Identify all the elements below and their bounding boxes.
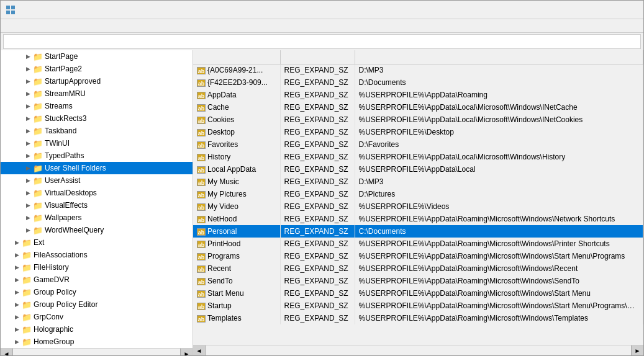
- tree-item[interactable]: ▶📁Wallpapers: [1, 211, 193, 224]
- reg-entry-name: abNetHood: [193, 213, 280, 225]
- tree-item-label: StartPage: [45, 52, 78, 61]
- menu-edit[interactable]: [13, 25, 23, 27]
- menu-help[interactable]: [43, 25, 53, 27]
- menu-file[interactable]: [3, 25, 13, 27]
- table-row[interactable]: abPrintHoodREG_EXPAND_SZ%USERPROFILE%\Ap…: [193, 238, 643, 250]
- tree-item[interactable]: ▶📁StartPage: [1, 50, 193, 63]
- expand-arrow-icon[interactable]: ▶: [23, 213, 33, 223]
- table-row[interactable]: abTemplatesREG_EXPAND_SZ%USERPROFILE%\Ap…: [193, 312, 643, 324]
- tree-scrollbar[interactable]: ◄►: [1, 348, 193, 355]
- tree-item[interactable]: ▶📁HomeGroup: [1, 336, 193, 348]
- tree-item-label: HomeGroup: [34, 337, 74, 346]
- registry-table[interactable]: ab{A0C69A99-21...REG_EXPAND_SZD:\MP3ab{F…: [193, 50, 643, 345]
- expand-arrow-icon[interactable]: ▶: [12, 324, 22, 334]
- tree-item[interactable]: ▶📁StreamMRU: [1, 87, 193, 100]
- scroll-left-btn[interactable]: ◄: [193, 345, 206, 355]
- expand-arrow-icon[interactable]: ▶: [23, 64, 33, 74]
- tree-item[interactable]: ▶📁TWinUI: [1, 137, 193, 149]
- tree-item[interactable]: ▶📁FileAssociations: [1, 249, 193, 261]
- table-row[interactable]: abFavoritesREG_EXPAND_SZD:\Favorites: [193, 138, 643, 151]
- tree-item[interactable]: ▶📁VisualEffects: [1, 199, 193, 211]
- tree-item[interactable]: ▶📁UserAssist: [1, 174, 193, 187]
- expand-arrow-icon[interactable]: ▶: [23, 200, 33, 210]
- expand-arrow-icon[interactable]: ▶: [12, 287, 22, 297]
- tree-scroll-left[interactable]: ◄: [1, 349, 13, 355]
- reg-entry-data: %USERPROFILE%\AppData\Roaming\Microsoft\…: [355, 312, 643, 324]
- expand-arrow-icon[interactable]: ▶: [23, 138, 33, 148]
- menu-view[interactable]: [23, 25, 33, 27]
- tree-item[interactable]: ▶📁GrpConv: [1, 311, 193, 323]
- table-row[interactable]: abCacheREG_EXPAND_SZ%USERPROFILE%\AppDat…: [193, 101, 643, 113]
- tree-item[interactable]: ▶📁Streams: [1, 100, 193, 112]
- expand-arrow-icon[interactable]: ▶: [23, 176, 33, 185]
- expand-arrow-icon[interactable]: ▶: [23, 51, 33, 61]
- expand-arrow-icon[interactable]: ▶: [23, 225, 33, 235]
- reg-entry-data: %USERPROFILE%\AppData\Local\Microsoft\Wi…: [355, 101, 643, 113]
- expand-arrow-icon[interactable]: ▶: [12, 312, 22, 322]
- tree-item-label: Ext: [34, 238, 44, 247]
- menu-favorites[interactable]: [33, 25, 43, 27]
- expand-arrow-icon[interactable]: ▶: [12, 250, 22, 260]
- expand-arrow-icon[interactable]: ▶: [23, 76, 33, 86]
- table-row[interactable]: ab{F42EE2D3-909...REG_EXPAND_SZD:\Docume…: [193, 76, 643, 89]
- tree-item[interactable]: ▶📁Holographic: [1, 323, 193, 336]
- tree-item[interactable]: ▶📁TypedPaths: [1, 149, 193, 162]
- expand-arrow-icon[interactable]: ▶: [23, 126, 33, 136]
- tree-item[interactable]: ▶📁WordWheelQuery: [1, 224, 193, 236]
- tree-scroll-right[interactable]: ►: [180, 349, 193, 355]
- expand-arrow-icon[interactable]: ▶: [23, 101, 33, 111]
- table-row[interactable]: abMy PicturesREG_EXPAND_SZD:\Pictures: [193, 188, 643, 200]
- table-row[interactable]: abHistoryREG_EXPAND_SZ%USERPROFILE%\AppD…: [193, 151, 643, 163]
- tree-item[interactable]: ▶📁Group Policy: [1, 286, 193, 298]
- tree-item-label: FileHistory: [34, 263, 69, 272]
- expand-arrow-icon[interactable]: ▶: [23, 113, 33, 123]
- tree-item[interactable]: ▶📁StartPage2: [1, 63, 193, 75]
- close-button[interactable]: [610, 1, 638, 19]
- reg-entry-name: abSendTo: [193, 275, 280, 287]
- expand-arrow-icon[interactable]: ▶: [12, 300, 22, 309]
- table-row[interactable]: ab{A0C69A99-21...REG_EXPAND_SZD:\MP3: [193, 64, 643, 76]
- table-row[interactable]: abMy MusicREG_EXPAND_SZD:\MP3: [193, 176, 643, 188]
- reg-value-icon: ab: [197, 117, 206, 124]
- tree-item[interactable]: ▶📁VirtualDesktops: [1, 187, 193, 199]
- table-row[interactable]: abCookiesREG_EXPAND_SZ%USERPROFILE%\AppD…: [193, 113, 643, 126]
- expand-arrow-icon[interactable]: ▶: [23, 188, 33, 198]
- table-row[interactable]: abMy VideoREG_EXPAND_SZ%USERPROFILE%\Vid…: [193, 200, 643, 213]
- expand-arrow-icon[interactable]: ▶: [12, 275, 22, 285]
- table-row[interactable]: abNetHoodREG_EXPAND_SZ%USERPROFILE%\AppD…: [193, 213, 643, 225]
- scroll-right-btn[interactable]: ►: [631, 345, 643, 355]
- expand-arrow-icon[interactable]: ▶: [12, 238, 22, 247]
- tree-item[interactable]: ▶📁FileHistory: [1, 261, 193, 274]
- tree-item-label: UserAssist: [45, 176, 80, 185]
- reg-entry-type: REG_EXPAND_SZ: [280, 287, 355, 300]
- table-row[interactable]: abSendToREG_EXPAND_SZ%USERPROFILE%\AppDa…: [193, 275, 643, 287]
- breadcrumb[interactable]: [3, 34, 641, 49]
- table-row[interactable]: abProgramsREG_EXPAND_SZ%USERPROFILE%\App…: [193, 250, 643, 262]
- tree-item[interactable]: ▶📁Ext: [1, 236, 193, 249]
- table-row[interactable]: abRecentREG_EXPAND_SZ%USERPROFILE%\AppDa…: [193, 262, 643, 275]
- expand-arrow-icon[interactable]: ▶: [23, 163, 33, 173]
- tree-item[interactable]: ▶📁User Shell Folders: [1, 162, 193, 174]
- reg-value-icon: ab: [197, 315, 206, 323]
- tree-item[interactable]: ▶📁StartupApproved: [1, 75, 193, 87]
- minimize-button[interactable]: [550, 1, 579, 19]
- expand-arrow-icon[interactable]: ▶: [12, 337, 22, 347]
- table-row[interactable]: abStartupREG_EXPAND_SZ%USERPROFILE%\AppD…: [193, 300, 643, 312]
- expand-arrow-icon[interactable]: ▶: [23, 151, 33, 161]
- maximize-button[interactable]: [580, 1, 609, 19]
- table-row[interactable]: abStart MenuREG_EXPAND_SZ%USERPROFILE%\A…: [193, 287, 643, 300]
- right-scrollbar[interactable]: ◄ ►: [193, 345, 643, 355]
- main-area: ▶📁StartPage▶📁StartPage2▶📁StartupApproved…: [1, 50, 643, 355]
- tree-panel[interactable]: ▶📁StartPage▶📁StartPage2▶📁StartupApproved…: [1, 50, 193, 355]
- tree-item-label: Group Policy Editor: [34, 300, 98, 309]
- table-row[interactable]: abLocal AppDataREG_EXPAND_SZ%USERPROFILE…: [193, 163, 643, 176]
- tree-item[interactable]: ▶📁StuckRects3: [1, 112, 193, 125]
- tree-item[interactable]: ▶📁GameDVR: [1, 274, 193, 286]
- expand-arrow-icon[interactable]: ▶: [23, 89, 33, 99]
- tree-item[interactable]: ▶📁Taskband: [1, 125, 193, 137]
- expand-arrow-icon[interactable]: ▶: [12, 262, 22, 272]
- table-row[interactable]: abDesktopREG_EXPAND_SZ%USERPROFILE%\Desk…: [193, 126, 643, 138]
- table-row[interactable]: abPersonalREG_EXPAND_SZC:\Documents: [193, 225, 643, 238]
- table-row[interactable]: abAppDataREG_EXPAND_SZ%USERPROFILE%\AppD…: [193, 89, 643, 101]
- tree-item[interactable]: ▶📁Group Policy Editor: [1, 298, 193, 311]
